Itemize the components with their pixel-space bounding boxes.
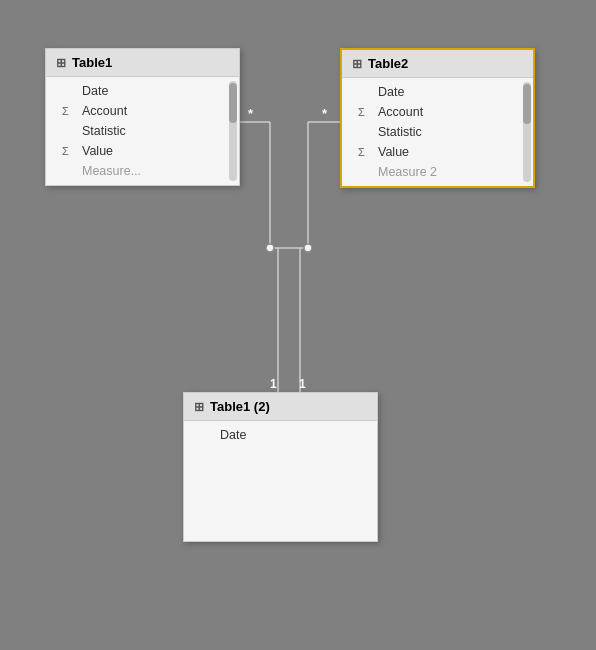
table2-card[interactable]: ⊞ Table2 Date Σ Account Statistic Σ Valu… [340,48,535,188]
table2-value: Value [378,145,409,159]
list-item: Date [184,425,377,445]
list-item: Σ Account [342,102,533,122]
table1-2-name: Table1 (2) [210,399,270,414]
svg-point-8 [304,244,312,252]
svg-text:*: * [248,106,254,121]
table1-scrollbar[interactable] [229,81,237,181]
table1-value: Value [82,144,113,158]
table2-account: Account [378,105,423,119]
table1-account: Account [82,104,127,118]
table1-2-body: Date [184,421,377,541]
list-item: Statistic [46,121,239,141]
table2-scrollbar[interactable] [523,82,531,182]
list-item: Date [46,81,239,101]
table2-body: Date Σ Account Statistic Σ Value Measure… [342,78,533,186]
table2-name: Table2 [368,56,408,71]
table2-statistic: Statistic [378,125,422,139]
table1-2-icon: ⊞ [194,400,204,414]
svg-text:*: * [322,106,328,121]
account-prefix-t1: Σ [62,105,76,117]
table2-scrollbar-thumb [523,84,531,124]
list-item: Measure... [46,161,239,181]
list-item: Σ Value [46,141,239,161]
table1-2-date: Date [220,428,246,442]
list-item: Σ Account [46,101,239,121]
table1-card[interactable]: ⊞ Table1 Date Σ Account Statistic Σ Valu… [45,48,240,186]
diagram-canvas: * * 1 1 ⊞ Table1 Date Σ Account Statisti… [0,0,596,650]
list-item: Statistic [342,122,533,142]
table2-measure2: Measure 2 [378,165,437,179]
table1-name: Table1 [72,55,112,70]
svg-point-7 [266,244,274,252]
table1-statistic: Statistic [82,124,126,138]
table2-date: Date [378,85,404,99]
table1-measure: Measure... [82,164,141,178]
value-prefix-t2: Σ [358,146,372,158]
table1-date: Date [82,84,108,98]
table2-icon: ⊞ [352,57,362,71]
svg-text:1: 1 [270,377,277,391]
value-prefix-t1: Σ [62,145,76,157]
table1-2-card[interactable]: ⊞ Table1 (2) Date [183,392,378,542]
svg-text:1: 1 [299,377,306,391]
table1-2-header: ⊞ Table1 (2) [184,393,377,421]
account-prefix-t2: Σ [358,106,372,118]
list-item: Measure 2 [342,162,533,182]
list-item: Date [342,82,533,102]
table1-body: Date Σ Account Statistic Σ Value Measure… [46,77,239,185]
table1-header: ⊞ Table1 [46,49,239,77]
table1-scrollbar-thumb [229,83,237,123]
table1-icon: ⊞ [56,56,66,70]
list-item: Σ Value [342,142,533,162]
table2-header: ⊞ Table2 [342,50,533,78]
